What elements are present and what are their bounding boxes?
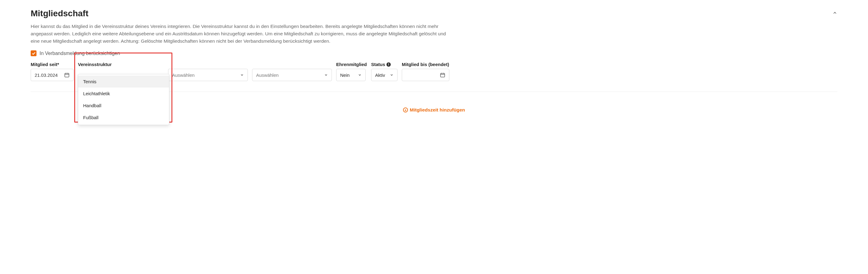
placeholder-select3: Auswählen — [256, 73, 279, 78]
collapse-toggle[interactable] — [832, 10, 837, 17]
dropdown-vereinsstruktur[interactable]: Tennis Leichtathletik Handball Fußball — [78, 74, 169, 125]
label-select2 — [168, 62, 248, 67]
add-membership-time-label: Mitgliedszeit hinzufügen — [410, 107, 465, 113]
verband-checkbox-label: In Verbandsmeldung berücksichtigen — [39, 51, 120, 56]
select-level3[interactable]: Auswählen — [252, 69, 332, 81]
plus-circle-icon: + — [403, 108, 408, 112]
field-mitglied-seit: Mitglied seit* 21.03.2024 — [31, 62, 73, 81]
input-mitglied-seit[interactable]: 21.03.2024 — [31, 69, 73, 81]
field-status: Status i Aktiv — [371, 62, 398, 81]
input-mitglied-bis[interactable] — [402, 69, 450, 81]
label-status: Status i — [371, 62, 398, 67]
fields-row: Mitglied seit* 21.03.2024 Vereinsstruktu… — [31, 62, 837, 81]
value-ehren: Nein — [340, 73, 350, 78]
label-vereinsstruktur: Vereinsstruktur — [78, 62, 164, 67]
info-icon[interactable]: i — [386, 62, 391, 67]
chevron-up-icon — [832, 10, 837, 16]
select-level2[interactable]: Auswählen — [168, 69, 248, 81]
value-mitglied-seit: 21.03.2024 — [35, 73, 62, 78]
dropdown-item-handball[interactable]: Handball — [78, 100, 169, 111]
label-select3 — [252, 62, 332, 67]
svg-rect-0 — [65, 74, 69, 77]
dropdown-item-fussball[interactable]: Fußball — [78, 111, 169, 124]
select-status[interactable]: Aktiv — [371, 69, 398, 81]
field-ehren: Ehrenmitglied Nein — [336, 62, 367, 81]
label-status-text: Status — [371, 62, 385, 67]
chevron-down-icon — [358, 73, 362, 77]
section-header: Mitgliedschaft — [31, 8, 837, 19]
membership-section: Mitgliedschaft Hier kannst du das Mitgli… — [19, 2, 849, 125]
verband-checkbox-row[interactable]: In Verbandsmeldung berücksichtigen — [31, 50, 837, 56]
field-vereinsstruktur: Vereinsstruktur Tennis Leichtathletik Ha… — [78, 62, 164, 81]
label-mitglied-seit: Mitglied seit* — [31, 62, 73, 67]
verband-checkbox[interactable] — [31, 50, 36, 56]
chevron-down-icon — [240, 73, 244, 77]
label-ehren: Ehrenmitglied — [336, 62, 367, 67]
label-mitglied-bis: Mitglied bis (beendet) — [402, 62, 450, 67]
field-mitglied-bis: Mitglied bis (beendet) — [402, 62, 450, 81]
calendar-icon — [64, 72, 70, 78]
dropdown-item-tennis[interactable]: Tennis — [78, 76, 169, 87]
dropdown-item-leichtathletik[interactable]: Leichtathletik — [78, 87, 169, 100]
select-ehren[interactable]: Nein — [336, 69, 366, 81]
field-select3: Auswählen — [252, 62, 332, 81]
placeholder-select2: Auswählen — [172, 73, 194, 78]
checkmark-icon — [32, 51, 36, 56]
section-description: Hier kannst du das Mitglied in die Verei… — [31, 23, 448, 45]
value-status: Aktiv — [375, 73, 385, 78]
chevron-down-icon — [324, 73, 328, 77]
calendar-icon — [440, 72, 445, 78]
chevron-down-icon — [390, 73, 394, 77]
field-select2: Auswählen — [168, 62, 248, 81]
svg-rect-4 — [440, 74, 445, 77]
section-title: Mitgliedschaft — [31, 8, 88, 19]
